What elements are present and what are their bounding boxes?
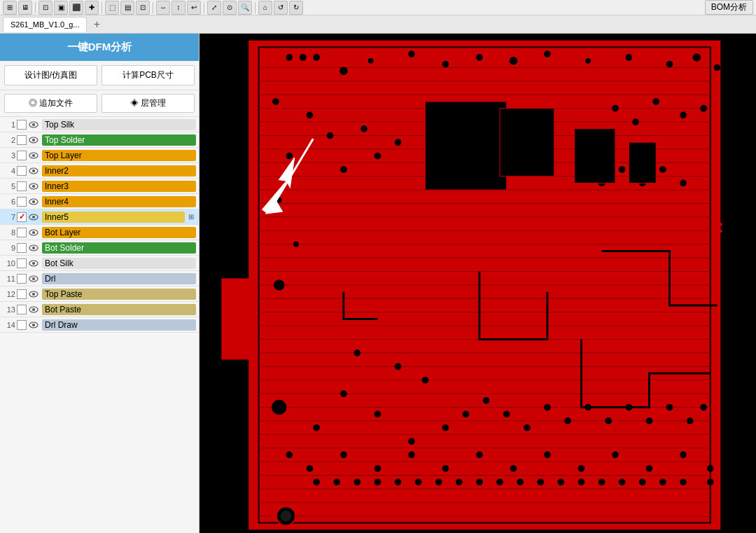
toolbar-icon-10[interactable]: ↔ bbox=[156, 1, 170, 15]
svg-point-186 bbox=[659, 478, 666, 485]
tab-pcb[interactable]: S261_MB_V1.0_g... bbox=[3, 17, 87, 32]
toolbar-icon-2[interactable]: 🖥 bbox=[18, 1, 32, 15]
svg-point-76 bbox=[585, 58, 591, 64]
svg-point-139 bbox=[578, 465, 585, 472]
layer-options-icon[interactable]: ⊞ bbox=[186, 212, 196, 222]
layer-row[interactable]: 9Bot Solder bbox=[0, 240, 199, 256]
layer-mgmt-button[interactable]: ◈ 层管理 bbox=[102, 94, 195, 113]
svg-point-155 bbox=[442, 424, 449, 431]
layer-visibility-icon[interactable] bbox=[28, 134, 39, 146]
layer-visibility-icon[interactable] bbox=[28, 165, 39, 176]
svg-point-185 bbox=[639, 478, 646, 485]
layer-name-label: Inner5 bbox=[42, 212, 185, 223]
layer-checkbox[interactable] bbox=[17, 228, 27, 237]
layer-checkbox[interactable] bbox=[17, 274, 27, 284]
layer-name-label: Drl bbox=[42, 273, 196, 284]
toolbar-icon-17[interactable]: ↺ bbox=[274, 1, 288, 15]
layer-checkbox[interactable]: ✓ bbox=[17, 212, 27, 222]
layer-row[interactable]: 3Top Layer bbox=[0, 148, 199, 163]
svg-point-176 bbox=[456, 478, 463, 485]
layer-visibility-icon[interactable] bbox=[28, 319, 39, 331]
layer-row[interactable]: 7✓Inner5⊞ bbox=[0, 209, 199, 225]
layer-name-label: Bot Solder bbox=[42, 242, 196, 254]
toolbar-icon-3[interactable]: ⊡ bbox=[38, 1, 52, 15]
design-view-button[interactable]: 设计图/仿真图 bbox=[4, 65, 97, 85]
layer-checkbox[interactable] bbox=[17, 135, 27, 145]
toolbar-icon-18[interactable]: ↻ bbox=[289, 1, 303, 15]
pcb-canvas[interactable]: ✕ bbox=[200, 34, 756, 533]
layer-visibility-icon[interactable] bbox=[28, 273, 39, 284]
toolbar-icon-12[interactable]: ↩ bbox=[187, 1, 201, 15]
layer-row[interactable]: 1Top Silk bbox=[0, 117, 199, 132]
svg-point-141 bbox=[646, 465, 653, 472]
svg-point-179 bbox=[517, 478, 524, 485]
svg-point-150 bbox=[421, 377, 428, 384]
layer-row[interactable]: 8Bot Layer bbox=[0, 225, 199, 240]
layer-visibility-icon[interactable] bbox=[28, 227, 39, 238]
layer-row[interactable]: 13Bot Paste bbox=[0, 302, 199, 317]
layer-checkbox[interactable] bbox=[17, 151, 27, 160]
toolbar-icon-1[interactable]: ⊞ bbox=[3, 1, 17, 15]
layer-checkbox[interactable] bbox=[17, 289, 27, 299]
svg-point-120 bbox=[632, 118, 639, 125]
toolbar-icon-9[interactable]: ⊡ bbox=[136, 1, 150, 15]
layer-name-label: Drl Draw bbox=[42, 319, 196, 331]
svg-point-116 bbox=[374, 153, 382, 160]
calc-pcb-button[interactable]: 计算PCB尺寸 bbox=[102, 65, 195, 85]
bom-button[interactable]: BOM分析 bbox=[705, 0, 753, 15]
svg-point-79 bbox=[693, 53, 701, 62]
layer-checkbox[interactable] bbox=[17, 120, 27, 130]
layer-checkbox[interactable] bbox=[17, 320, 27, 330]
layer-checkbox[interactable] bbox=[17, 166, 27, 176]
toolbar-icon-13[interactable]: ⤢ bbox=[207, 1, 221, 15]
layer-name-label: Bot Silk bbox=[42, 258, 196, 269]
layer-visibility-icon[interactable] bbox=[28, 119, 39, 130]
layer-row[interactable]: 6Inner4 bbox=[0, 194, 199, 209]
toolbar-icon-11[interactable]: ↕ bbox=[172, 1, 186, 15]
svg-rect-192 bbox=[629, 142, 656, 183]
layer-row[interactable]: 14Drl Draw bbox=[0, 317, 199, 333]
layer-visibility-icon[interactable] bbox=[28, 242, 39, 254]
layer-visibility-icon[interactable] bbox=[28, 258, 39, 269]
toolbar-icon-6[interactable]: ✚ bbox=[85, 1, 99, 15]
layer-visibility-icon[interactable] bbox=[28, 289, 39, 300]
layer-checkbox[interactable] bbox=[17, 258, 27, 268]
layer-visibility-icon[interactable] bbox=[28, 181, 39, 192]
svg-point-137 bbox=[510, 465, 517, 472]
svg-point-147 bbox=[272, 400, 286, 415]
layer-checkbox[interactable] bbox=[17, 181, 27, 191]
toolbar-icon-16[interactable]: ⌂ bbox=[258, 1, 272, 15]
layer-row[interactable]: 5Inner3 bbox=[0, 179, 199, 194]
layer-row[interactable]: 4Inner2 bbox=[0, 163, 199, 179]
toolbar-icon-14[interactable]: ⊙ bbox=[223, 1, 237, 15]
layer-row[interactable]: 10Bot Silk bbox=[0, 256, 199, 271]
toolbar-icon-7[interactable]: ⬚ bbox=[105, 1, 119, 15]
layer-name-label: Inner3 bbox=[42, 181, 196, 192]
svg-point-153 bbox=[313, 424, 320, 431]
layer-visibility-icon[interactable] bbox=[28, 196, 39, 207]
svg-point-149 bbox=[395, 363, 402, 370]
layer-row[interactable]: 2Top Solder bbox=[0, 132, 199, 148]
separator-3 bbox=[153, 2, 153, 13]
layer-visibility-icon[interactable] bbox=[28, 212, 39, 223]
add-file-button[interactable]: ◎ 追加文件 bbox=[4, 94, 97, 113]
toolbar-icon-15[interactable]: 🔍 bbox=[238, 1, 252, 15]
layer-checkbox[interactable] bbox=[17, 197, 27, 207]
layer-visibility-icon[interactable] bbox=[28, 304, 39, 315]
tab-add-button[interactable]: + bbox=[90, 18, 104, 32]
layer-checkbox[interactable] bbox=[17, 305, 27, 314]
svg-point-151 bbox=[340, 390, 347, 397]
dfm-button[interactable]: 一键DFM分析 bbox=[0, 34, 199, 61]
layer-checkbox[interactable] bbox=[17, 243, 27, 253]
layer-visibility-icon[interactable] bbox=[28, 150, 39, 161]
layer-row[interactable]: 11Drl bbox=[0, 271, 199, 286]
svg-point-133 bbox=[374, 465, 382, 472]
toolbar-icon-8[interactable]: ▤ bbox=[120, 1, 134, 15]
layer-row[interactable]: 12Top Paste bbox=[0, 286, 199, 302]
svg-point-68 bbox=[313, 54, 320, 61]
svg-point-73 bbox=[476, 54, 483, 61]
toolbar-icon-5[interactable]: ⬛ bbox=[69, 1, 83, 15]
svg-point-19 bbox=[32, 262, 35, 265]
toolbar-icon-4[interactable]: ▣ bbox=[54, 1, 68, 15]
action-row: 设计图/仿真图 计算PCB尺寸 bbox=[0, 61, 199, 90]
